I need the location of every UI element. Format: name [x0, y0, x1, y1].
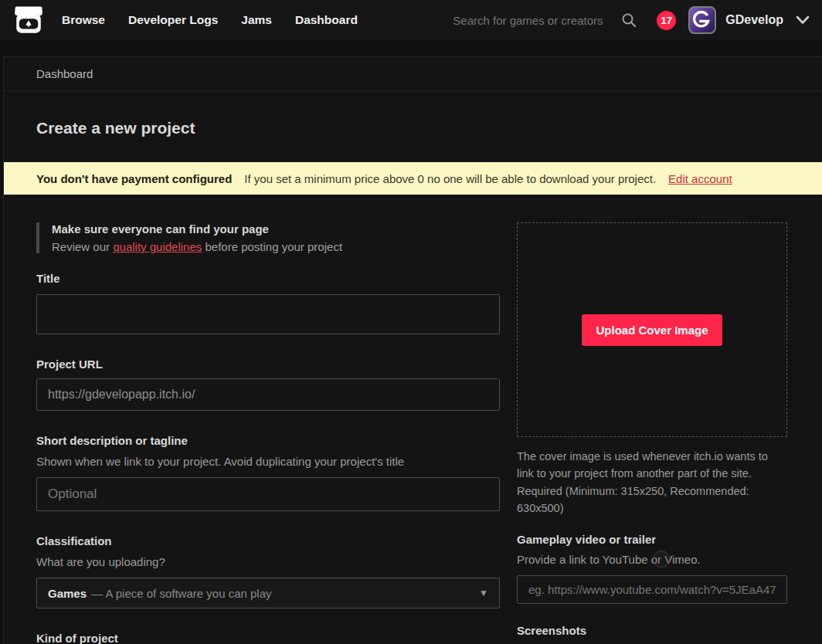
project-url-field-group: Project URL — [36, 358, 500, 411]
quality-notice-help: Review our quality guidelines before pos… — [52, 240, 500, 253]
project-url-input[interactable] — [36, 378, 500, 411]
classification-select[interactable]: Games — A piece of software you can play… — [36, 578, 500, 608]
gameplay-video-label: Gameplay video or trailer — [517, 533, 787, 546]
nav-item-developer-logs[interactable]: Developer Logs — [128, 13, 218, 27]
page-header: Create a new project — [4, 91, 822, 162]
title-field-group: Title — [36, 272, 500, 334]
form-right-column: Upload Cover Image The cover image is us… — [517, 222, 787, 644]
search-input[interactable] — [453, 14, 621, 27]
project-url-label: Project URL — [36, 358, 500, 371]
classification-selected-desc: — A piece of software you can play — [91, 587, 471, 600]
breadcrumb[interactable]: Dashboard — [36, 67, 93, 80]
short-description-field-group: Short description or tagline Shown when … — [36, 434, 500, 511]
classification-field-group: Classification What are you uploading? G… — [36, 534, 500, 608]
cover-image-dropzone[interactable]: Upload Cover Image — [517, 222, 787, 437]
quality-help-pre: Review our — [52, 240, 113, 253]
page-gap — [0, 40, 822, 56]
gameplay-video-input[interactable] — [517, 575, 787, 604]
page-title: Create a new project — [36, 119, 822, 137]
select-caret-icon: ▼ — [479, 588, 488, 598]
form-left-column: Make sure everyone can find your page Re… — [36, 222, 500, 644]
title-input[interactable] — [36, 294, 500, 334]
itchio-logo-icon — [12, 5, 45, 36]
user-avatar[interactable] — [688, 6, 716, 34]
chevron-down-icon[interactable] — [796, 15, 810, 25]
payment-warning-banner: You don't have payment configured If you… — [4, 162, 822, 195]
notification-badge[interactable]: 17 — [657, 11, 676, 30]
nav-item-jams[interactable]: Jams — [241, 13, 272, 27]
upload-cover-image-button[interactable]: Upload Cover Image — [582, 314, 722, 346]
gdevelop-logo-icon — [693, 11, 712, 29]
nav-item-browse[interactable]: Browse — [62, 13, 105, 27]
nav-item-dashboard[interactable]: Dashboard — [295, 13, 358, 27]
quality-guidelines-link[interactable]: quality guidelines — [113, 240, 202, 253]
project-form: Make sure everyone can find your page Re… — [4, 195, 822, 644]
quality-notice: Make sure everyone can find your page Re… — [36, 222, 500, 253]
quality-help-post: before posting your project — [202, 240, 342, 253]
breadcrumb-row: Dashboard — [4, 57, 822, 91]
short-description-label: Short description or tagline — [36, 434, 500, 447]
top-navbar: Browse Developer Logs Jams Dashboard 17 … — [0, 0, 822, 40]
screenshots-label: Screenshots — [517, 624, 787, 637]
search-icon[interactable] — [621, 12, 637, 28]
kind-of-project-label: Kind of project — [36, 632, 500, 644]
dashboard-panel: Dashboard Create a new project You don't… — [3, 56, 822, 644]
title-label: Title — [36, 272, 500, 285]
classification-selected-value: Games — [48, 587, 87, 600]
quality-notice-title: Make sure everyone can find your page — [52, 222, 500, 236]
gameplay-video-help: Provide a link to YouTube or Vimeo. — [517, 553, 787, 566]
short-description-help: Shown when we link to your project. Avoi… — [36, 455, 500, 468]
short-description-input[interactable] — [36, 477, 500, 511]
classification-help: What are you uploading? — [36, 555, 500, 568]
edit-account-link[interactable]: Edit account — [668, 172, 732, 185]
cover-image-help: The cover image is used whenever itch.io… — [517, 448, 787, 517]
classification-label: Classification — [36, 534, 500, 547]
gameplay-video-help-text: Provide a link to YouTube or Vimeo. — [517, 553, 701, 566]
banner-text: If you set a minimum price above 0 no on… — [244, 172, 656, 185]
username[interactable]: GDevelop — [725, 13, 783, 27]
banner-bold-text: You don't have payment configured — [36, 172, 232, 185]
navbar-right: 17 GDevelop — [453, 6, 810, 34]
itchio-logo[interactable] — [12, 5, 45, 36]
